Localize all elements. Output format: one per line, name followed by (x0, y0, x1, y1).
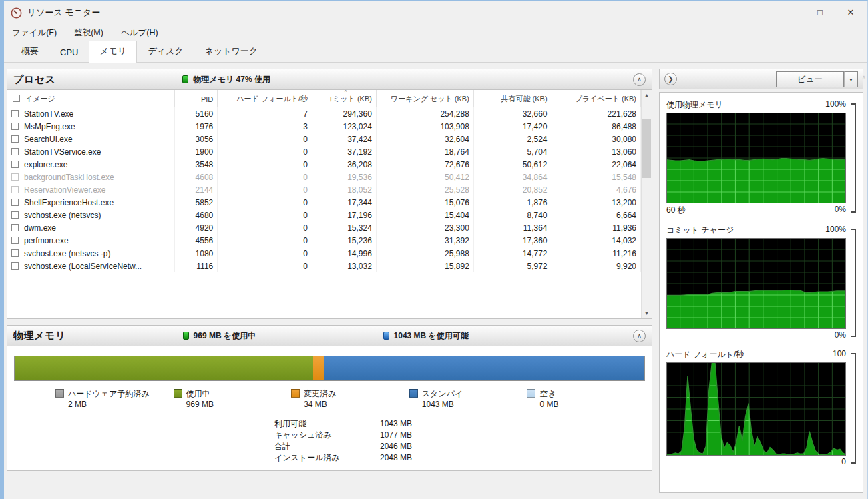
row-checkbox[interactable] (11, 173, 19, 181)
maximize-button[interactable]: □ (805, 3, 835, 23)
graph-bracket (851, 353, 856, 464)
column-header[interactable]: ワーキング セット (KB) (376, 90, 473, 107)
row-checkbox[interactable] (11, 237, 19, 244)
legend-value: 0 MB (539, 399, 558, 410)
legend-item: スタンバイ1043 MB (409, 388, 527, 410)
cell-value: 2,524 (473, 133, 552, 145)
graph-2: コミット チャージ100%0% (666, 225, 856, 340)
process-row[interactable]: dwm.exe4920015,32423,30011,36411,936 (7, 221, 641, 234)
close-button[interactable]: ✕ (835, 3, 866, 23)
row-checkbox[interactable] (11, 161, 19, 168)
cell-value: 4920 (174, 221, 218, 234)
scroll-up-icon[interactable]: ▲ (642, 90, 652, 100)
process-row[interactable]: explorer.exe3548036,20872,67650,61222,06… (7, 158, 641, 171)
cell-value: 6,664 (552, 209, 640, 221)
column-header[interactable]: 共有可能 (KB) (473, 90, 552, 107)
physical-memory-panel-header: 物理メモリ 969 MB を使用中 1043 MB を使用可能 ∧ (7, 326, 652, 346)
cell-value: 1116 (174, 260, 218, 272)
process-row[interactable]: svchost.exe (netsvcs)4680017,19615,4048,… (7, 209, 641, 221)
cell-value: 15,236 (312, 234, 377, 247)
cell-value: 15,404 (376, 209, 473, 221)
view-button[interactable]: ビュー (776, 71, 844, 87)
app-icon (11, 7, 22, 19)
cell-value: 4608 (174, 171, 218, 183)
cell-value: 5852 (174, 196, 218, 209)
memory-in-use-status: 969 MB を使用中 (183, 330, 383, 342)
cell-image: SearchUI.exe (7, 133, 174, 145)
process-row[interactable]: backgroundTaskHost.exe4608019,53650,4123… (7, 171, 641, 183)
cell-value: 13,200 (552, 196, 640, 209)
tab-概要[interactable]: 概要 (11, 41, 49, 62)
row-checkbox[interactable] (11, 123, 19, 130)
graph-canvas (666, 362, 846, 456)
collapse-processes-button[interactable]: ∧ (633, 73, 646, 86)
cell-value: 22,064 (552, 158, 640, 171)
row-checkbox[interactable] (11, 135, 19, 143)
row-checkbox[interactable] (11, 148, 19, 155)
column-header[interactable]: イメージ (7, 90, 174, 107)
process-row[interactable]: perfmon.exe4556015,23631,39217,36014,032 (7, 234, 641, 247)
column-header[interactable]: PID (174, 90, 218, 107)
process-row[interactable]: svchost.exe (LocalServiceNetw...1116013,… (7, 260, 641, 272)
cell-value: 0 (218, 171, 312, 183)
cell-image: perfmon.exe (7, 234, 174, 247)
row-checkbox[interactable] (11, 262, 19, 270)
column-header[interactable]: プライベート (KB) (552, 90, 640, 107)
cell-value: 72,676 (376, 158, 473, 171)
cell-value: 32,660 (473, 107, 552, 120)
scrollbar-thumb[interactable] (642, 119, 651, 178)
cell-value: 4556 (174, 234, 218, 247)
menu-item[interactable]: ファイル(F) (12, 27, 57, 39)
select-all-checkbox[interactable] (13, 95, 20, 102)
graphs-toolbar: ❯ ビュー ▼ (659, 69, 863, 89)
cell-value: 15,324 (312, 221, 377, 234)
graph-min-label: 0 (841, 457, 846, 467)
cell-value: 4,676 (552, 183, 640, 196)
process-row[interactable]: ReservationViewer.exe2144018,05225,52820… (7, 183, 641, 196)
process-row[interactable]: StationTVService.exe1900037,19218,7645,7… (7, 145, 641, 158)
membar-segment (15, 356, 313, 380)
graph-bracket (851, 103, 856, 213)
cell-image: backgroundTaskHost.exe (7, 171, 174, 183)
tab-CPU[interactable]: CPU (49, 43, 89, 62)
process-row[interactable]: svchost.exe (netsvcs -p)1080014,99625,98… (7, 247, 641, 260)
expand-panel-button[interactable]: ❯ (664, 73, 677, 85)
row-checkbox[interactable] (11, 110, 19, 117)
cell-value: 14,772 (473, 247, 552, 260)
available-icon (383, 332, 389, 340)
cell-value: 14,996 (312, 247, 377, 260)
process-row[interactable]: StationTV.exe51607294,360254,28832,66022… (7, 107, 641, 120)
cell-value: 50,612 (473, 158, 552, 171)
cell-value: 254,288 (376, 107, 473, 120)
menu-item[interactable]: ヘルプ(H) (121, 27, 158, 39)
legend-label: スタンバイ (422, 388, 463, 399)
process-table: イメージPIDハード フォールト/秒コミット (KB)˄ワーキング セット (K… (7, 90, 641, 272)
tab-ネットワーク[interactable]: ネットワーク (194, 41, 269, 62)
column-header[interactable]: コミット (KB)˄ (312, 90, 377, 107)
view-dropdown-icon[interactable]: ▼ (844, 71, 858, 87)
cell-value: 221,628 (552, 107, 640, 120)
cell-value: 1976 (174, 120, 218, 133)
cell-value: 20,852 (473, 183, 552, 196)
collapse-memory-button[interactable]: ∧ (633, 330, 646, 342)
tab-メモリ[interactable]: メモリ (89, 41, 137, 63)
graph-max-label: 100% (825, 99, 846, 111)
cell-value: 17,344 (312, 196, 377, 209)
tab-ディスク[interactable]: ディスク (137, 41, 194, 62)
minimize-button[interactable]: — (774, 3, 805, 23)
row-checkbox[interactable] (11, 250, 19, 257)
row-checkbox[interactable] (11, 211, 19, 219)
process-table-scrollbar[interactable]: ▲ ▼ (641, 90, 652, 318)
column-header[interactable]: ハード フォールト/秒 (218, 90, 312, 107)
scroll-down-icon[interactable]: ▼ (642, 308, 652, 318)
row-checkbox[interactable] (11, 199, 19, 206)
row-checkbox[interactable] (11, 186, 19, 193)
physical-memory-body: ハードウェア予約済み2 MB使用中969 MB変更済み34 MBスタンバイ104… (7, 346, 652, 470)
process-row[interactable]: SearchUI.exe3056037,42432,6042,52430,080 (7, 133, 641, 145)
menu-item[interactable]: 監視(M) (74, 27, 103, 39)
cell-value: 31,392 (376, 234, 473, 247)
process-row[interactable]: ShellExperienceHost.exe5852017,34415,076… (7, 196, 641, 209)
row-checkbox[interactable] (11, 224, 19, 231)
process-row[interactable]: MsMpEng.exe19763123,024103,90817,42086,4… (7, 120, 641, 133)
cell-image: dwm.exe (7, 221, 174, 234)
